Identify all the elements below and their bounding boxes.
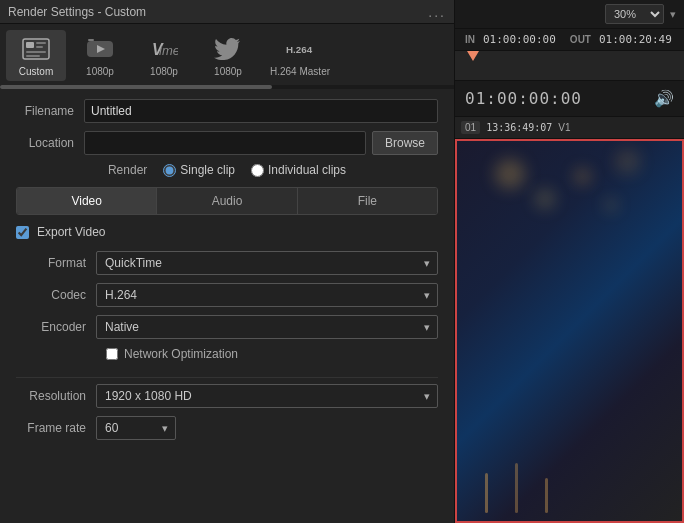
title-bar: Render Settings - Custom ... [0,0,454,24]
preset-vimeo-label: 1080p [150,66,178,77]
render-label: Render [108,163,147,177]
format-select[interactable]: QuickTime MP4 MXF [96,251,438,275]
codec-select[interactable]: H.264 H.265 ProRes [96,283,438,307]
preset-vimeo[interactable]: V imeo 1080p [134,30,194,81]
svg-rect-5 [26,55,40,57]
thumbnail-image [455,139,684,523]
title-bar-menu[interactable]: ... [428,4,446,20]
preset-custom-label: Custom [19,66,53,77]
svg-rect-3 [36,46,43,48]
video-audio-file-tabs: Video Audio File [16,187,438,215]
thumbnail-area [455,139,684,523]
framerate-label: Frame rate [16,421,96,435]
export-video-checkbox[interactable] [16,226,29,239]
encoder-label: Encoder [16,320,96,334]
individual-clips-radio[interactable] [251,164,264,177]
network-opt-label: Network Optimization [124,347,238,361]
h264-icon: H.264 [282,34,318,64]
format-row: Format QuickTime MP4 MXF [16,251,438,275]
network-opt-checkbox[interactable] [106,348,118,360]
resolution-label: Resolution [16,389,96,403]
codec-row: Codec H.264 H.265 ProRes [16,283,438,307]
single-clip-radio[interactable] [163,164,176,177]
svg-rect-4 [26,51,46,53]
out-label: OUT [566,33,595,46]
in-time: 01:00:00:00 [483,33,556,46]
tab-audio[interactable]: Audio [157,188,297,214]
in-label: IN [461,33,479,46]
location-label: Location [16,136,84,150]
divider [16,377,438,378]
svg-rect-8 [88,39,94,41]
timeline-header: 30% 50% 100% ▾ [455,0,684,29]
form-area: Filename Location Browse Render Single c… [0,89,454,523]
encoder-row: Encoder Native Hardware Software [16,315,438,339]
filename-input[interactable] [84,99,438,123]
framerate-row: Frame rate 60 30 24 25 50 [16,416,438,440]
encoder-select[interactable]: Native Hardware Software [96,315,438,339]
preset-custom[interactable]: Custom [6,30,66,81]
scroll-indicator [0,85,454,89]
audio-icon: 🔊 [654,89,674,108]
zoom-arrow-icon: ▾ [670,8,676,21]
individual-clips-label: Individual clips [268,163,346,177]
thumbnail-border [455,139,684,523]
presets-row: Custom 1080p V imeo 1080p [0,24,454,81]
browse-button[interactable]: Browse [372,131,438,155]
single-clip-label: Single clip [180,163,235,177]
svg-text:H.264: H.264 [286,44,313,55]
playhead[interactable] [467,51,479,61]
individual-clips-option[interactable]: Individual clips [251,163,346,177]
svg-text:imeo: imeo [159,43,178,58]
location-input[interactable] [84,131,366,155]
clip-number: 01 [461,121,480,134]
network-opt-row: Network Optimization [106,347,438,361]
preset-h264-label: H.264 Master [270,66,330,77]
vimeo-icon: V imeo [146,34,182,64]
clip-info-row: 01 13:36:49:07 V1 [455,117,684,139]
framerate-select[interactable]: 60 30 24 25 50 [96,416,176,440]
resolution-select-wrapper: 1920 x 1080 HD 3840 x 2160 UHD 1280 x 72… [96,384,438,408]
timecode-display: 01:00:00:00 [465,89,582,108]
encoder-select-wrapper: Native Hardware Software [96,315,438,339]
out-time: 01:00:20:49 [599,33,672,46]
tab-file[interactable]: File [298,188,437,214]
preset-youtube-label: 1080p [86,66,114,77]
format-label: Format [16,256,96,270]
right-panel: 30% 50% 100% ▾ IN 01:00:00:00 OUT 01:00:… [455,0,684,523]
framerate-select-wrapper: 60 30 24 25 50 [96,416,176,440]
location-row: Location Browse [16,131,438,155]
custom-icon [18,34,54,64]
export-video-row: Export Video [16,225,438,239]
timecode-row: 01:00:00:00 🔊 [455,81,684,117]
preset-twitter-label: 1080p [214,66,242,77]
preset-youtube[interactable]: 1080p [70,30,130,81]
resolution-row: Resolution 1920 x 1080 HD 3840 x 2160 UH… [16,384,438,408]
youtube-icon [82,34,118,64]
render-row: Render Single clip Individual clips [16,163,438,177]
filename-label: Filename [16,104,84,118]
preset-h264[interactable]: H.264 H.264 Master [262,30,338,81]
codec-select-wrapper: H.264 H.265 ProRes [96,283,438,307]
svg-rect-1 [26,42,34,48]
left-panel: Render Settings - Custom ... Custom [0,0,455,523]
clip-version: V1 [558,122,570,133]
tab-video[interactable]: Video [17,188,157,214]
filename-row: Filename [16,99,438,123]
export-video-label: Export Video [37,225,106,239]
title-bar-text: Render Settings - Custom [8,5,146,19]
resolution-select[interactable]: 1920 x 1080 HD 3840 x 2160 UHD 1280 x 72… [96,384,438,408]
svg-rect-2 [36,42,46,44]
inout-row: IN 01:00:00:00 OUT 01:00:20:49 [455,29,684,51]
clip-time: 13:36:49:07 [486,122,552,133]
twitter-icon [210,34,246,64]
single-clip-option[interactable]: Single clip [163,163,235,177]
zoom-select[interactable]: 30% 50% 100% [605,4,664,24]
render-radio-group: Single clip Individual clips [163,163,346,177]
codec-label: Codec [16,288,96,302]
timeline-ruler[interactable] [455,51,684,81]
scroll-thumb[interactable] [0,85,272,89]
format-select-wrapper: QuickTime MP4 MXF [96,251,438,275]
preset-twitter[interactable]: 1080p [198,30,258,81]
